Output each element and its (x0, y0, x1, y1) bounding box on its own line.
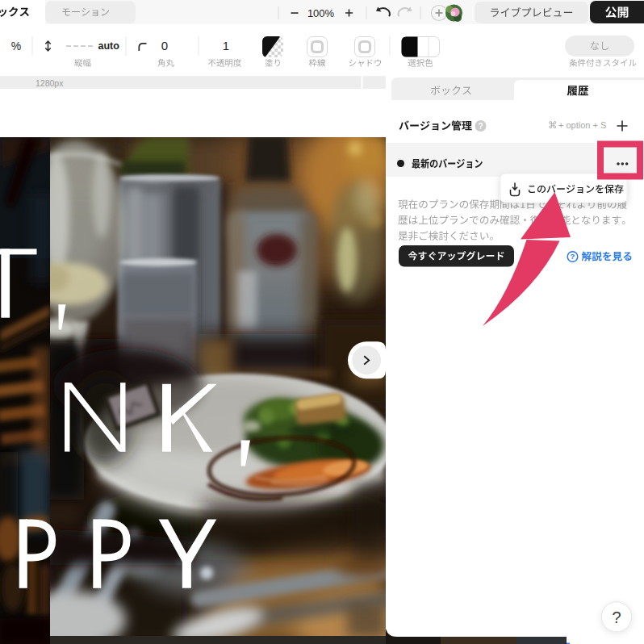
svg-text:100%: 100% (307, 7, 335, 19)
svg-text:auto: auto (98, 40, 120, 52)
svg-text:%: % (11, 40, 21, 52)
svg-text:+ option + S: + option + S (558, 120, 606, 130)
svg-text:?: ? (478, 122, 483, 131)
svg-text:?: ? (571, 252, 575, 261)
svg-text:0: 0 (161, 39, 168, 52)
svg-text:1: 1 (223, 39, 229, 52)
svg-text:?: ? (612, 608, 621, 626)
svg-text:1280px: 1280px (36, 78, 64, 88)
